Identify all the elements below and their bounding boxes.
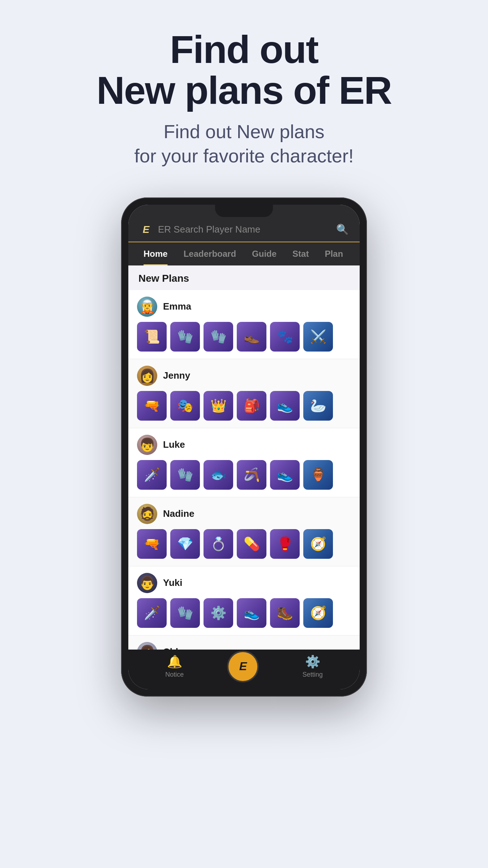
bottom-nav-notice[interactable]: 🔔 Notice (165, 654, 184, 678)
tab-guide[interactable]: Guide (244, 242, 284, 265)
nav-tabs: Home Leaderboard Guide Stat Plan (128, 242, 360, 265)
items-row-luke: 🗡️ 🧤 🐟 🪃 👟 🏺 (137, 460, 351, 490)
avatar-img-luke: 👦 (137, 435, 157, 455)
item-box: 👟 (270, 391, 300, 421)
avatar-img-yuki: 👨 (137, 573, 157, 593)
item-box: 🧤 (170, 598, 200, 628)
home-button[interactable]: E (228, 652, 257, 681)
character-list: 🧝 Emma 📜 🧤 🧤 👞 🐾 ⚔️ (128, 290, 360, 650)
item-box: 👞 (237, 322, 266, 352)
char-name-row: 🧝 Emma (137, 297, 351, 317)
avatar-img-jenny: 👩 (137, 366, 157, 386)
char-name-row: 👩 Jenny (137, 366, 351, 386)
avatar-img-emma: 🧝 (137, 297, 157, 317)
item-box: 💊 (237, 529, 266, 559)
hero-section: Find out New plans of ER Find out New pl… (0, 0, 488, 183)
avatar-yuki: 👨 (137, 573, 157, 593)
avatar-nadine: 🧔 (137, 504, 157, 524)
item-box: 📜 (137, 322, 167, 352)
phone-frame: E ER Search Player Name 🔍 Home Leaderboa… (121, 197, 367, 697)
setting-label: Setting (303, 671, 323, 678)
bottom-nav-bar: 🔔 Notice E ⚙️ Setting (128, 650, 360, 689)
char-name-jenny: Jenny (163, 370, 190, 381)
items-row-nadine: 🔫 💎 💍 💊 🥊 🧭 (137, 529, 351, 559)
avatar-jenny: 👩 (137, 366, 157, 386)
item-box: 👑 (204, 391, 233, 421)
tab-plan[interactable]: Plan (317, 242, 351, 265)
items-row-emma: 📜 🧤 🧤 👞 🐾 ⚔️ (137, 322, 351, 352)
item-box: 🧤 (170, 460, 200, 490)
content-area: New Plans 🧝 Emma 📜 🧤 (128, 265, 360, 650)
search-input[interactable]: ER Search Player Name (158, 224, 331, 235)
item-box: 🏺 (303, 460, 333, 490)
item-box: 🧭 (303, 598, 333, 628)
character-card-yuki[interactable]: 👨 Yuki 🗡️ 🧤 ⚙️ 👟 🥾 🧭 (128, 566, 360, 635)
search-icon[interactable]: 🔍 (336, 224, 349, 235)
item-box: 🧤 (204, 322, 233, 352)
avatar-emma: 🧝 (137, 297, 157, 317)
avatar-luke: 👦 (137, 435, 157, 455)
char-name-luke: Luke (163, 439, 185, 450)
character-card-emma[interactable]: 🧝 Emma 📜 🧤 🧤 👞 🐾 ⚔️ (128, 290, 360, 359)
character-card-chloe[interactable]: 👩 Chloe 🃏 💎 ⚙️ 💊 👟 🥾 (128, 635, 360, 650)
bottom-nav-setting[interactable]: ⚙️ Setting (303, 654, 323, 678)
item-box: 🧭 (303, 529, 333, 559)
item-box: ⚙️ (204, 598, 233, 628)
char-name-emma: Emma (163, 301, 191, 312)
tab-leaderboard[interactable]: Leaderboard (176, 242, 244, 265)
avatar-img-chloe: 👩 (137, 642, 157, 650)
search-bar: E ER Search Player Name 🔍 (128, 205, 360, 242)
item-box: 🐟 (204, 460, 233, 490)
item-box: 🧤 (170, 322, 200, 352)
notice-icon: 🔔 (167, 654, 182, 669)
item-box: 🥾 (270, 598, 300, 628)
item-box: 👟 (270, 460, 300, 490)
item-box: 🗡️ (137, 598, 167, 628)
er-logo-icon: E (139, 223, 153, 237)
item-box: 🎒 (237, 391, 266, 421)
character-card-nadine[interactable]: 🧔 Nadine 🔫 💎 💍 💊 🥊 🧭 (128, 497, 360, 566)
setting-icon: ⚙️ (305, 654, 320, 669)
char-name-row: 👨 Yuki (137, 573, 351, 593)
item-box: 🐾 (270, 322, 300, 352)
char-name-yuki: Yuki (163, 577, 182, 588)
item-box: 👟 (237, 598, 266, 628)
items-row-yuki: 🗡️ 🧤 ⚙️ 👟 🥾 🧭 (137, 598, 351, 628)
avatar-chloe: 👩 (137, 642, 157, 650)
char-name-row: 👩 Chloe (137, 642, 351, 650)
char-name-chloe: Chloe (163, 646, 189, 650)
hero-subtitle: Find out New plans for your favorite cha… (22, 120, 466, 169)
item-box: ⚔️ (303, 322, 333, 352)
item-box: 💍 (204, 529, 233, 559)
item-box: 🎭 (170, 391, 200, 421)
hero-title: Find out New plans of ER (22, 29, 466, 111)
phone-mockup: E ER Search Player Name 🔍 Home Leaderboa… (121, 197, 367, 697)
item-box: 💎 (170, 529, 200, 559)
tab-home[interactable]: Home (136, 242, 176, 265)
char-name-nadine: Nadine (163, 508, 194, 519)
item-box: 🔫 (137, 391, 167, 421)
item-box: 🪃 (237, 460, 266, 490)
character-card-jenny[interactable]: 👩 Jenny 🔫 🎭 👑 🎒 👟 🦢 (128, 359, 360, 428)
char-name-row: 👦 Luke (137, 435, 351, 455)
notice-label: Notice (165, 671, 184, 678)
avatar-img-nadine: 🧔 (137, 504, 157, 524)
character-card-luke[interactable]: 👦 Luke 🗡️ 🧤 🐟 🪃 👟 🏺 (128, 428, 360, 497)
phone-screen: E ER Search Player Name 🔍 Home Leaderboa… (128, 205, 360, 689)
char-name-row: 🧔 Nadine (137, 504, 351, 524)
item-box: 🔫 (137, 529, 167, 559)
section-header: New Plans (128, 265, 360, 290)
items-row-jenny: 🔫 🎭 👑 🎒 👟 🦢 (137, 391, 351, 421)
item-box: 🗡️ (137, 460, 167, 490)
tab-stat[interactable]: Stat (284, 242, 317, 265)
item-box: 🦢 (303, 391, 333, 421)
item-box: 🥊 (270, 529, 300, 559)
